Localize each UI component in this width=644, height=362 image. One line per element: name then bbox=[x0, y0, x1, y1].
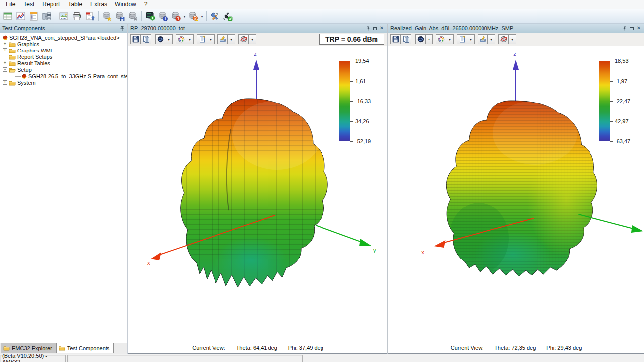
status-bar: (Beta V10.20.50) - AMS32 bbox=[0, 354, 644, 362]
display-mode-dropdown[interactable]: ▾ bbox=[165, 34, 173, 44]
color-palette-dropdown[interactable]: ▾ bbox=[446, 34, 454, 44]
expander-icon[interactable]: + bbox=[3, 48, 7, 52]
colorbar-gradient bbox=[599, 61, 610, 141]
print-button[interactable] bbox=[70, 10, 83, 23]
display-mode-dropdown[interactable]: ▾ bbox=[426, 34, 433, 44]
save-button[interactable] bbox=[390, 34, 401, 44]
database-info-button[interactable] bbox=[157, 10, 169, 23]
menu-report[interactable]: Report bbox=[38, 0, 64, 8]
color-palette-button[interactable] bbox=[436, 34, 446, 44]
report-page-dropdown[interactable]: ▾ bbox=[207, 34, 215, 44]
rtf-report-button[interactable] bbox=[83, 10, 96, 23]
scale-settings-dropdown[interactable]: ▾ bbox=[488, 34, 495, 44]
copy-icon bbox=[143, 36, 150, 43]
menu-test[interactable]: Test bbox=[19, 0, 38, 8]
display-mode-icon bbox=[157, 36, 164, 43]
tree-item-system[interactable]: + System bbox=[0, 79, 127, 86]
save-icon bbox=[392, 36, 399, 43]
copy-button[interactable] bbox=[401, 34, 411, 44]
menu-window[interactable]: Window bbox=[111, 0, 140, 8]
expander-icon[interactable]: + bbox=[3, 61, 7, 65]
copy-button[interactable] bbox=[141, 34, 151, 44]
report-page-button[interactable] bbox=[197, 34, 207, 44]
pin-icon[interactable] bbox=[120, 25, 125, 31]
database-2-button[interactable] bbox=[187, 10, 200, 23]
expander-icon[interactable]: - bbox=[3, 67, 7, 72]
graphics-image-button[interactable] bbox=[57, 10, 70, 23]
database-new-button[interactable] bbox=[101, 10, 113, 23]
database-delete-button[interactable] bbox=[126, 10, 139, 23]
database-save-icon bbox=[115, 11, 125, 21]
y-axis: y bbox=[316, 225, 376, 253]
pin-button[interactable] bbox=[621, 25, 628, 32]
scale-settings-icon bbox=[480, 36, 486, 43]
database-save-button[interactable] bbox=[113, 10, 126, 23]
rotate-3d-button[interactable] bbox=[498, 34, 509, 44]
radiation-pattern-3d-plot[interactable]: z x bbox=[128, 46, 387, 342]
maximize-button[interactable] bbox=[628, 25, 635, 32]
report-page-dropdown[interactable]: ▾ bbox=[467, 34, 475, 44]
menu-file[interactable]: File bbox=[2, 0, 19, 8]
test-components-panel-header: Test Components bbox=[0, 24, 127, 33]
tree-item-result-tables[interactable]: + Result Tables bbox=[0, 60, 127, 66]
database-2-dropdown[interactable]: ▾ bbox=[200, 14, 204, 19]
realized-gain-3d-plot[interactable]: z x bbox=[388, 46, 644, 342]
close-button[interactable]: ✕ bbox=[635, 25, 642, 32]
ams32-application-window: File Test Report Table Extras Window ? ▾… bbox=[0, 0, 644, 362]
tab-test-components[interactable]: Test Components bbox=[56, 343, 114, 353]
menu-table[interactable]: Table bbox=[64, 0, 86, 8]
test-components-tree-button[interactable] bbox=[40, 10, 53, 23]
tree-item-root[interactable]: SGH28_VNA_cont_stepped_SPara <loaded> bbox=[0, 34, 127, 41]
report-page-button[interactable] bbox=[457, 34, 467, 44]
colorbar-tick: -22,47 bbox=[610, 98, 630, 104]
rotate-3d-button[interactable] bbox=[238, 34, 249, 44]
report-setup-button[interactable] bbox=[27, 10, 40, 23]
menu-help[interactable]: ? bbox=[140, 0, 152, 8]
scale-settings-button[interactable] bbox=[478, 34, 488, 44]
colorbar-tick: 34,26 bbox=[350, 118, 369, 125]
folder-icon bbox=[9, 41, 16, 47]
tree-item-graphics[interactable]: + Graphics bbox=[0, 41, 127, 47]
display-mode-button[interactable] bbox=[155, 34, 165, 44]
tree-item-graphics-wmf[interactable]: + Graphics WMF bbox=[0, 47, 127, 53]
expander-icon[interactable]: + bbox=[3, 42, 7, 46]
database-1-button[interactable] bbox=[169, 10, 182, 23]
hardware-setup-button[interactable] bbox=[221, 10, 234, 23]
scale-settings-dropdown[interactable]: ▾ bbox=[228, 34, 235, 44]
tree-item-report-setups[interactable]: Report Setups bbox=[0, 53, 127, 60]
expander-icon[interactable]: + bbox=[3, 80, 7, 85]
graphics-chart-button[interactable] bbox=[14, 10, 27, 23]
rotate-3d-dropdown[interactable]: ▾ bbox=[509, 34, 516, 44]
maximize-button[interactable] bbox=[372, 25, 378, 32]
measurement-run-button[interactable] bbox=[144, 10, 157, 23]
rotate-3d-dropdown[interactable]: ▾ bbox=[249, 34, 256, 44]
display-mode-button[interactable] bbox=[415, 34, 426, 44]
current-view-bar: Current View: Theta: 64,41 deg Phi: 37,4… bbox=[128, 342, 387, 353]
window-titlebar[interactable]: RP_29700.000000_tot ✕ bbox=[128, 24, 387, 33]
colorbar-tick: 42,97 bbox=[610, 118, 629, 125]
tree-item-setup-child[interactable]: SGH28-26.5_to_33GHz S-Para_cont_stepped bbox=[0, 73, 127, 79]
window-titlebar[interactable]: Realized_Gain_Abs_dBi_26500.000000MHz_SM… bbox=[388, 24, 644, 33]
options-tools-button[interactable] bbox=[209, 10, 221, 23]
tree-item-label: SGH28_VNA_cont_stepped_SPara <loaded> bbox=[9, 35, 120, 41]
current-view-bar: Current View: Theta: 72,35 deg Phi: 29,4… bbox=[388, 342, 644, 353]
scale-settings-button[interactable] bbox=[217, 34, 228, 44]
window-title: Realized_Gain_Abs_dBi_26500.000000MHz_SM… bbox=[390, 25, 621, 31]
database-1-dropdown[interactable]: ▾ bbox=[182, 14, 187, 19]
color-palette-button[interactable] bbox=[176, 34, 186, 44]
graph-toolbar: ▾ ▾ ▾ ▾ ▾ bbox=[388, 33, 644, 46]
save-button[interactable] bbox=[130, 34, 141, 44]
tab-emc32-explorer[interactable]: EMC32 Explorer bbox=[1, 343, 56, 353]
tree-item-label: SGH28-26.5_to_33GHz S-Para_cont_stepped bbox=[28, 73, 127, 79]
test-components-tree-icon bbox=[42, 11, 52, 21]
folder-icon bbox=[9, 54, 16, 60]
pin-button[interactable] bbox=[365, 25, 372, 32]
folder-icon bbox=[59, 345, 65, 351]
close-button[interactable]: ✕ bbox=[378, 25, 385, 32]
menu-extras[interactable]: Extras bbox=[86, 0, 111, 8]
colorbar-tick: -1,97 bbox=[610, 78, 627, 85]
graphics-chart-icon bbox=[16, 11, 26, 21]
result-table-button[interactable] bbox=[1, 10, 14, 23]
test-ball-icon bbox=[3, 35, 8, 40]
color-palette-dropdown[interactable]: ▾ bbox=[186, 34, 194, 44]
